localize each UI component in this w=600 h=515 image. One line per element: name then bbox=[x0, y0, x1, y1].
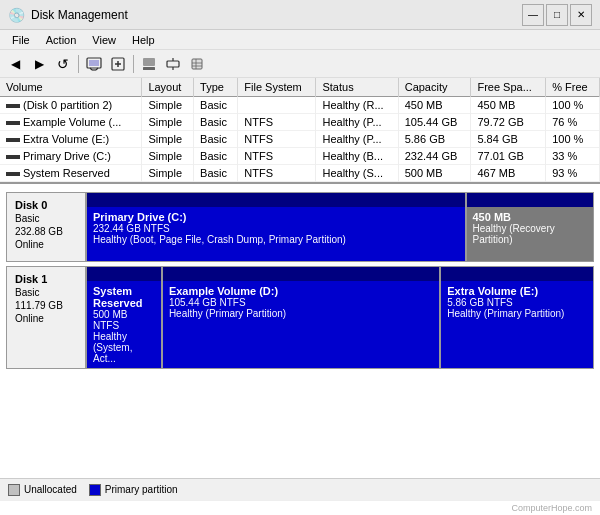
partition-block[interactable]: System Reserved 500 MB NTFS Healthy (Sys… bbox=[87, 267, 163, 368]
volume-icon bbox=[6, 104, 20, 108]
toolbar-back[interactable]: ◀ bbox=[4, 53, 26, 75]
toolbar-btn4[interactable] bbox=[162, 53, 184, 75]
partition-content: System Reserved 500 MB NTFS Healthy (Sys… bbox=[87, 281, 161, 368]
table-cell-capacity: 232.44 GB bbox=[398, 148, 471, 165]
table-cell-layout: Simple bbox=[142, 148, 194, 165]
table-cell-free: 5.84 GB bbox=[471, 131, 546, 148]
svg-rect-13 bbox=[192, 59, 202, 69]
main-content: Volume Layout Type File System Status Ca… bbox=[0, 78, 600, 515]
partition-name: System Reserved bbox=[93, 285, 155, 309]
partition-content: 450 MB Healthy (Recovery Partition) bbox=[467, 207, 594, 261]
table-cell-layout: Simple bbox=[142, 114, 194, 131]
table-cell-pctFree: 100 % bbox=[546, 97, 600, 114]
table-cell-type: Basic bbox=[194, 165, 238, 182]
volume-icon bbox=[6, 172, 20, 176]
table-cell-type: Basic bbox=[194, 97, 238, 114]
watermark-text: ComputerHope.com bbox=[511, 503, 592, 513]
table-cell-filesystem: NTFS bbox=[238, 165, 316, 182]
disk-name: Disk 1 bbox=[15, 273, 77, 285]
disk-area[interactable]: Disk 0 Basic 232.88 GB Online Primary Dr… bbox=[0, 184, 600, 478]
table-cell-filesystem: NTFS bbox=[238, 114, 316, 131]
table-row[interactable]: Example Volume (...SimpleBasicNTFSHealth… bbox=[0, 114, 600, 131]
col-layout[interactable]: Layout bbox=[142, 78, 194, 97]
table-cell-filesystem bbox=[238, 97, 316, 114]
table-row[interactable]: (Disk 0 partition 2)SimpleBasicHealthy (… bbox=[0, 97, 600, 114]
menu-help[interactable]: Help bbox=[124, 32, 163, 48]
table-row[interactable]: Extra Volume (E:)SimpleBasicNTFSHealthy … bbox=[0, 131, 600, 148]
table-cell-free: 77.01 GB bbox=[471, 148, 546, 165]
partition-content: Example Volume (D:) 105.44 GB NTFS Healt… bbox=[163, 281, 439, 368]
table-cell-volume: Extra Volume (E:) bbox=[0, 131, 142, 148]
table-row[interactable]: System ReservedSimpleBasicNTFSHealthy (S… bbox=[0, 165, 600, 182]
disk-info: Disk 0 Basic 232.88 GB Online bbox=[7, 193, 87, 261]
table-cell-capacity: 105.44 GB bbox=[398, 114, 471, 131]
table-cell-layout: Simple bbox=[142, 131, 194, 148]
col-type[interactable]: Type bbox=[194, 78, 238, 97]
legend: Unallocated Primary partition bbox=[0, 478, 600, 500]
table-cell-type: Basic bbox=[194, 148, 238, 165]
table-cell-status: Healthy (P... bbox=[316, 131, 398, 148]
volume-icon bbox=[6, 155, 20, 159]
legend-box-primary bbox=[89, 484, 101, 496]
minimize-button[interactable]: — bbox=[522, 4, 544, 26]
disk-partitions: Primary Drive (C:) 232.44 GB NTFS Health… bbox=[87, 193, 593, 261]
partition-size: 5.86 GB NTFS bbox=[447, 297, 587, 308]
col-volume[interactable]: Volume bbox=[0, 78, 142, 97]
table-cell-status: Healthy (R... bbox=[316, 97, 398, 114]
window-icon: 💿 bbox=[8, 7, 25, 23]
table-cell-free: 467 MB bbox=[471, 165, 546, 182]
partition-header bbox=[441, 267, 593, 281]
partition-block[interactable]: Extra Volume (E:) 5.86 GB NTFS Healthy (… bbox=[441, 267, 593, 368]
col-capacity[interactable]: Capacity bbox=[398, 78, 471, 97]
col-free[interactable]: Free Spa... bbox=[471, 78, 546, 97]
toolbar-btn2[interactable] bbox=[107, 53, 129, 75]
disk-row: Disk 1 Basic 111.79 GB Online System Res… bbox=[6, 266, 594, 369]
disk-row: Disk 0 Basic 232.88 GB Online Primary Dr… bbox=[6, 192, 594, 262]
menu-view[interactable]: View bbox=[84, 32, 124, 48]
partition-status: Healthy (Recovery Partition) bbox=[473, 223, 588, 245]
svg-rect-8 bbox=[143, 58, 155, 66]
partition-size: 232.44 GB NTFS bbox=[93, 223, 459, 234]
table-cell-layout: Simple bbox=[142, 165, 194, 182]
title-controls: — □ ✕ bbox=[522, 4, 592, 26]
toolbar-btn5[interactable] bbox=[186, 53, 208, 75]
table-cell-pctFree: 100 % bbox=[546, 131, 600, 148]
table-cell-volume: (Disk 0 partition 2) bbox=[0, 97, 142, 114]
menu-file[interactable]: File bbox=[4, 32, 38, 48]
svg-rect-1 bbox=[89, 60, 99, 66]
col-status[interactable]: Status bbox=[316, 78, 398, 97]
partition-size: 500 MB NTFS bbox=[93, 309, 155, 331]
toolbar-refresh[interactable]: ↺ bbox=[52, 53, 74, 75]
table-cell-pctFree: 93 % bbox=[546, 165, 600, 182]
table-cell-type: Basic bbox=[194, 114, 238, 131]
partition-block[interactable]: Primary Drive (C:) 232.44 GB NTFS Health… bbox=[87, 193, 467, 261]
col-pctfree[interactable]: % Free bbox=[546, 78, 600, 97]
menu-action[interactable]: Action bbox=[38, 32, 85, 48]
table-cell-capacity: 500 MB bbox=[398, 165, 471, 182]
partition-name: 450 MB bbox=[473, 211, 588, 223]
toolbar-forward[interactable]: ▶ bbox=[28, 53, 50, 75]
table-cell-volume: System Reserved bbox=[0, 165, 142, 182]
partition-block[interactable]: 450 MB Healthy (Recovery Partition) bbox=[467, 193, 594, 261]
disk-size: 232.88 GB bbox=[15, 226, 77, 237]
table-row[interactable]: Primary Drive (C:)SimpleBasicNTFSHealthy… bbox=[0, 148, 600, 165]
toolbar-btn1[interactable] bbox=[83, 53, 105, 75]
partition-block[interactable]: Example Volume (D:) 105.44 GB NTFS Healt… bbox=[163, 267, 441, 368]
svg-rect-10 bbox=[167, 61, 179, 67]
legend-box-unallocated bbox=[8, 484, 20, 496]
legend-unallocated: Unallocated bbox=[8, 484, 77, 496]
svg-rect-9 bbox=[143, 67, 155, 70]
toolbar-btn3[interactable] bbox=[138, 53, 160, 75]
partition-size: 105.44 GB NTFS bbox=[169, 297, 433, 308]
col-filesystem[interactable]: File System bbox=[238, 78, 316, 97]
maximize-button[interactable]: □ bbox=[546, 4, 568, 26]
close-button[interactable]: ✕ bbox=[570, 4, 592, 26]
table-cell-layout: Simple bbox=[142, 97, 194, 114]
title-bar: 💿 Disk Management — □ ✕ bbox=[0, 0, 600, 30]
disk-name: Disk 0 bbox=[15, 199, 77, 211]
legend-label-primary: Primary partition bbox=[105, 484, 178, 495]
menu-bar: File Action View Help bbox=[0, 30, 600, 50]
table-cell-free: 450 MB bbox=[471, 97, 546, 114]
partition-status: Healthy (Primary Partition) bbox=[447, 308, 587, 319]
table-cell-status: Healthy (P... bbox=[316, 114, 398, 131]
